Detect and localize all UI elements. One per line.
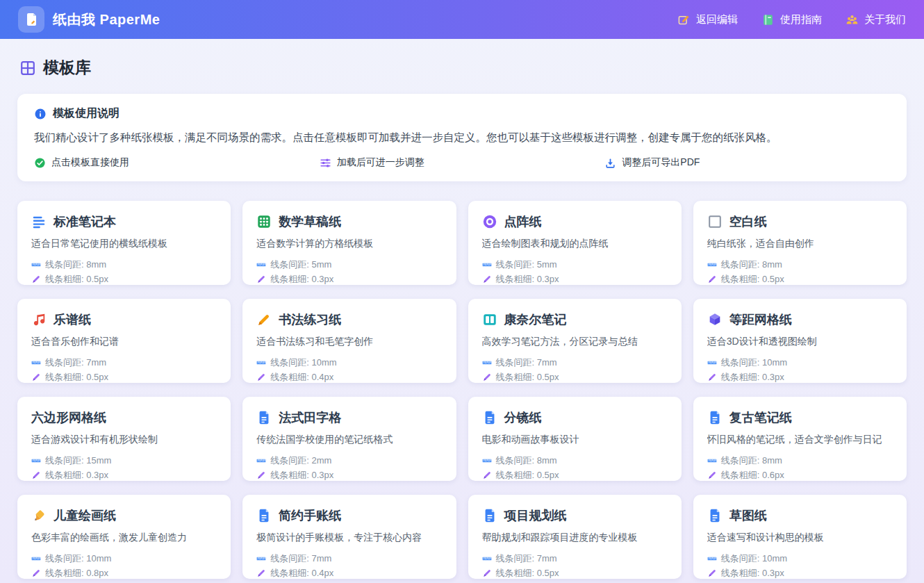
nav-back-to-editor[interactable]: 返回编辑: [677, 13, 738, 26]
sliders-icon: [320, 157, 331, 169]
template-card[interactable]: 等距网格纸 适合3D设计和透视图绘制 线条间距: 10mm 线条粗细: 0.3p…: [693, 299, 907, 383]
card-head: 乐谱纸: [31, 311, 217, 328]
line-spacing-value: 线条间距: 7mm: [45, 356, 106, 369]
header-nav: 返回编辑 使用指南 关于我们: [677, 13, 906, 26]
line-spacing-row: 线条间距: 10mm: [707, 356, 893, 369]
feature-adjust-after-load: 加载后可进一步调整: [320, 156, 605, 169]
card-head: 等距网格纸: [707, 311, 893, 328]
nav-user-guide[interactable]: 使用指南: [761, 13, 822, 26]
ruler-icon: [31, 260, 41, 270]
pen-icon: [707, 470, 717, 480]
line-thickness-row: 线条粗细: 0.5px: [707, 273, 893, 285]
line-spacing-value: 线条间距: 10mm: [721, 356, 787, 369]
card-head: 标准笔记本: [31, 213, 217, 230]
template-card[interactable]: 项目规划纸 帮助规划和跟踪项目进度的专业模板 线条间距: 7mm 线条粗细: 0…: [468, 495, 682, 579]
template-card-description: 传统法国学校使用的笔记纸格式: [256, 434, 442, 446]
line-thickness-value: 线条粗细: 0.5px: [496, 371, 559, 383]
ruler-icon: [31, 554, 41, 564]
line-thickness-value: 线条粗细: 0.8px: [45, 567, 108, 579]
template-card-description: 适合音乐创作和记谱: [31, 336, 217, 348]
template-card[interactable]: 草图纸 适合速写和设计构思的模板 线条间距: 10mm 线条粗细: 0.3px: [693, 495, 907, 579]
line-spacing-row: 线条间距: 8mm: [482, 454, 668, 467]
template-card[interactable]: 六边形网格纸 适合游戏设计和有机形状绘制 线条间距: 15mm 线条粗细: 0.…: [17, 397, 231, 481]
feature-use-directly: 点击模板直接使用: [34, 156, 320, 169]
feature-label: 调整后可导出PDF: [622, 156, 700, 169]
notice-title: 模板使用说明: [53, 106, 119, 121]
nav-about-us[interactable]: 关于我们: [845, 13, 906, 26]
line-thickness-row: 线条粗细: 0.8px: [31, 567, 217, 579]
template-card-title: 乐谱纸: [53, 311, 91, 328]
line-thickness-value: 线条粗细: 0.5px: [496, 469, 559, 481]
brush-icon: [31, 508, 47, 523]
pen-icon: [256, 274, 266, 284]
pen-icon: [707, 274, 717, 284]
ruler-icon: [707, 456, 717, 466]
template-card-description: 适合日常笔记使用的横线纸模板: [31, 238, 217, 250]
ruler-icon: [482, 554, 492, 564]
template-card-title: 六边形网格纸: [31, 409, 106, 426]
check-circle-icon: [34, 157, 46, 169]
music-icon: [31, 312, 47, 327]
line-spacing-value: 线条间距: 10mm: [270, 356, 336, 369]
cube-icon: [707, 312, 723, 327]
template-card[interactable]: 标准笔记本 适合日常笔记使用的横线纸模板 线条间距: 8mm 线条粗细: 0.5…: [17, 201, 231, 285]
line-spacing-row: 线条间距: 10mm: [707, 552, 893, 565]
template-card[interactable]: 分镜纸 电影和动画故事板设计 线条间距: 8mm 线条粗细: 0.5px: [468, 397, 682, 481]
line-spacing-value: 线条间距: 8mm: [721, 258, 782, 271]
line-thickness-row: 线条粗细: 0.3px: [482, 273, 668, 285]
card-head: 项目规划纸: [482, 507, 668, 524]
line-thickness-row: 线条粗细: 0.4px: [256, 371, 442, 383]
template-card[interactable]: 空白纸 纯白纸张，适合自由创作 线条间距: 8mm 线条粗细: 0.5px: [693, 201, 907, 285]
line-spacing-value: 线条间距: 8mm: [721, 454, 782, 467]
card-head: 复古笔记纸: [707, 409, 893, 426]
template-card[interactable]: 乐谱纸 适合音乐创作和记谱 线条间距: 7mm 线条粗细: 0.5px: [17, 299, 231, 383]
card-meta: 线条间距: 5mm 线条粗细: 0.3px: [256, 258, 442, 285]
pen-icon: [482, 372, 492, 382]
edit-icon: [677, 13, 691, 26]
card-meta: 线条间距: 5mm 线条粗细: 0.3px: [482, 258, 668, 285]
template-card[interactable]: 点阵纸 适合绘制图表和规划的点阵纸 线条间距: 5mm 线条粗细: 0.3px: [468, 201, 682, 285]
template-card-title: 复古笔记纸: [729, 409, 792, 426]
card-head: 书法练习纸: [256, 311, 442, 328]
line-thickness-row: 线条粗细: 0.5px: [31, 273, 217, 285]
pen-icon: [256, 470, 266, 480]
pen-icon: [31, 470, 41, 480]
template-card[interactable]: 法式田字格 传统法国学校使用的笔记纸格式 线条间距: 2mm 线条粗细: 0.3…: [242, 397, 456, 481]
template-card[interactable]: 康奈尔笔记 高效学习笔记方法，分区记录与总结 线条间距: 7mm 线条粗细: 0…: [468, 299, 682, 383]
ruler-icon: [482, 456, 492, 466]
page-head: 模板库: [0, 39, 924, 91]
notice-head: 模板使用说明: [34, 106, 890, 121]
line-thickness-row: 线条粗细: 0.3px: [707, 371, 893, 383]
template-card[interactable]: 数学草稿纸 适合数学计算的方格纸模板 线条间距: 5mm 线条粗细: 0.3px: [242, 201, 456, 285]
template-card-description: 适合绘制图表和规划的点阵纸: [482, 238, 668, 250]
card-head: 数学草稿纸: [256, 213, 442, 230]
template-card[interactable]: 儿童绘画纸 色彩丰富的绘画纸，激发儿童创造力 线条间距: 10mm 线条粗细: …: [17, 495, 231, 579]
ruler-icon: [256, 358, 266, 368]
line-spacing-row: 线条间距: 8mm: [707, 454, 893, 467]
people-icon: [845, 13, 859, 26]
doc-icon: [256, 508, 272, 523]
template-card[interactable]: 书法练习纸 适合书法练习和毛笔字创作 线条间距: 10mm 线条粗细: 0.4p…: [242, 299, 456, 383]
card-head: 点阵纸: [482, 213, 668, 230]
line-thickness-value: 线条粗细: 0.4px: [270, 371, 333, 383]
line-thickness-value: 线条粗细: 0.5px: [45, 273, 108, 285]
line-thickness-row: 线条粗细: 0.3px: [256, 273, 442, 285]
line-spacing-value: 线条间距: 10mm: [45, 552, 111, 565]
template-card-description: 适合数学计算的方格纸模板: [256, 238, 442, 250]
line-thickness-value: 线条粗细: 0.3px: [270, 469, 333, 481]
line-thickness-value: 线条粗细: 0.5px: [721, 273, 784, 285]
doc-icon: [256, 410, 272, 425]
card-meta: 线条间距: 8mm 线条粗细: 0.5px: [482, 454, 668, 481]
template-card-title: 空白纸: [729, 213, 767, 230]
page-title: 模板库: [43, 57, 91, 79]
card-meta: 线条间距: 7mm 线条粗细: 0.5px: [482, 356, 668, 383]
line-thickness-row: 线条粗细: 0.3px: [256, 469, 442, 481]
line-spacing-value: 线条间距: 8mm: [45, 258, 106, 271]
pen-icon: [256, 372, 266, 382]
template-card-title: 标准笔记本: [53, 213, 116, 230]
line-spacing-row: 线条间距: 15mm: [31, 454, 217, 467]
template-card[interactable]: 简约手账纸 极简设计的手账模板，专注于核心内容 线条间距: 7mm 线条粗细: …: [242, 495, 456, 579]
template-card-description: 电影和动画故事板设计: [482, 434, 668, 446]
doc-icon: [707, 410, 723, 425]
template-card[interactable]: 复古笔记纸 怀旧风格的笔记纸，适合文学创作与日记 线条间距: 8mm 线条粗细:…: [693, 397, 907, 481]
